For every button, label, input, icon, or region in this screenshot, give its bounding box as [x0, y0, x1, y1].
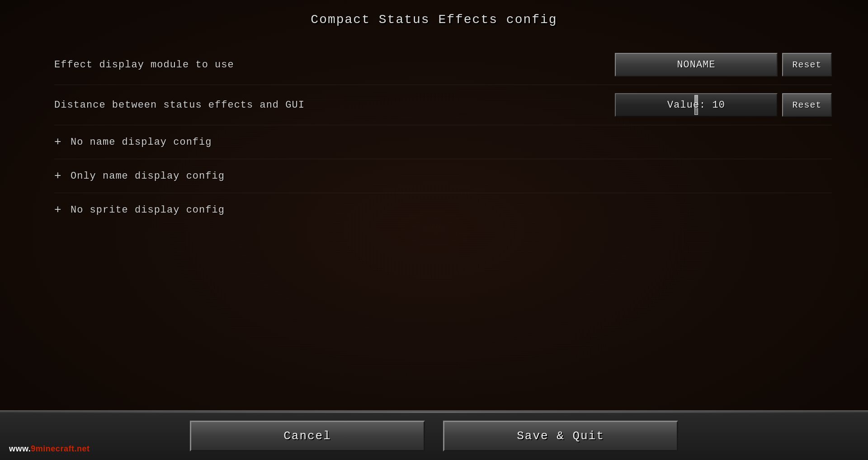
distance-between-row: Distance between status effects and GUI …	[54, 85, 832, 125]
no-sprite-display-section[interactable]: + No sprite display config	[54, 193, 832, 227]
no-sprite-plus-icon: +	[54, 203, 63, 217]
no-name-display-section[interactable]: + No name display config	[54, 125, 832, 159]
watermark-brand: 9minecraft.net	[31, 444, 90, 453]
no-name-plus-icon: +	[54, 135, 63, 149]
distance-between-controls: Value: 10 Reset	[615, 93, 832, 117]
no-name-display-label: No name display config	[71, 137, 212, 148]
save-quit-button[interactable]: Save & Quit	[443, 421, 678, 451]
only-name-display-label: Only name display config	[71, 171, 225, 182]
no-sprite-display-label: No sprite display config	[71, 204, 225, 216]
only-name-display-section[interactable]: + Only name display config	[54, 159, 832, 193]
distance-between-label: Distance between status effects and GUI	[54, 100, 305, 111]
distance-reset[interactable]: Reset	[782, 93, 832, 117]
effect-display-module-row: Effect display module to use NONAME Rese…	[54, 45, 832, 85]
only-name-plus-icon: +	[54, 169, 63, 183]
content-area: Effect display module to use NONAME Rese…	[0, 36, 868, 410]
effect-display-module-label: Effect display module to use	[54, 59, 234, 71]
distance-slider[interactable]: Value: 10	[615, 93, 778, 117]
title-area: Compact Status Effects config	[0, 0, 868, 36]
watermark-www: www.	[9, 444, 31, 453]
slider-value: Value: 10	[667, 100, 725, 111]
cancel-button[interactable]: Cancel	[190, 421, 425, 451]
effect-display-module-reset[interactable]: Reset	[782, 53, 832, 76]
watermark-text: www.9minecraft.net	[9, 444, 90, 454]
effect-display-module-controls: NONAME Reset	[615, 53, 832, 76]
bottom-bar: Cancel Save & Quit www.9minecraft.net	[0, 410, 868, 460]
effect-display-module-dropdown[interactable]: NONAME	[615, 53, 778, 76]
page-title: Compact Status Effects config	[311, 13, 557, 27]
main-container: Compact Status Effects config Effect dis…	[0, 0, 868, 460]
watermark: www.9minecraft.net	[9, 444, 90, 454]
